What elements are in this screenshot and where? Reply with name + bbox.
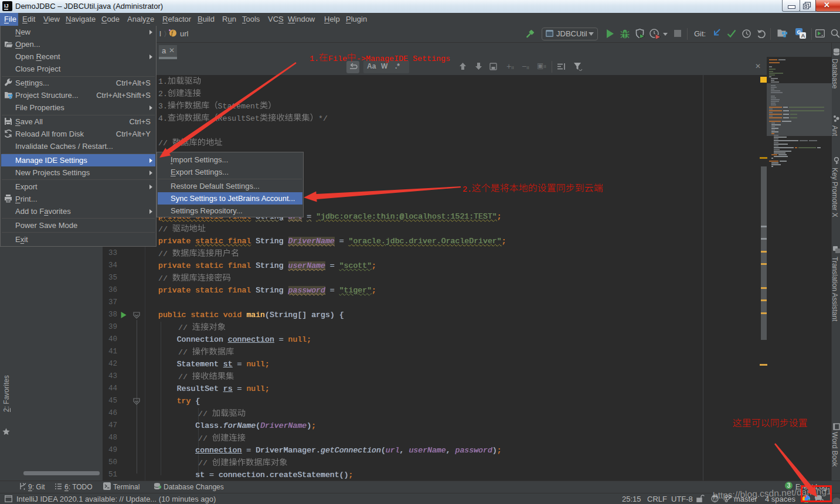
svg-text://: //	[178, 373, 192, 382]
svg-text:Statement: Statement	[218, 102, 260, 111]
svg-text:ResultSet: ResultSet	[218, 114, 260, 123]
svg-text:IJ: IJ	[4, 3, 9, 9]
svg-text://: //	[198, 410, 212, 418]
svg-text://: //	[178, 348, 192, 357]
svg-text://: //	[158, 274, 172, 283]
svg-text:1.: 1.	[158, 77, 168, 86]
svg-text:3.: 3.	[158, 102, 168, 111]
svg-text:4.: 4.	[158, 114, 168, 123]
svg-text:File: File	[328, 55, 347, 63]
svg-text:A: A	[801, 32, 805, 39]
svg-text:->ManageIDE Settings: ->ManageIDE Settings	[356, 55, 450, 63]
svg-text:*/: */	[318, 114, 328, 123]
svg-text://: //	[158, 139, 172, 148]
svg-text:1.: 1.	[310, 55, 319, 63]
svg-text://: //	[198, 459, 212, 468]
svg-text://: //	[158, 250, 172, 258]
svg-text:2.: 2.	[462, 185, 472, 194]
svg-text://: //	[158, 225, 172, 234]
svg-text:2.: 2.	[158, 90, 168, 98]
svg-text://: //	[178, 323, 192, 332]
svg-text://: //	[198, 434, 212, 443]
